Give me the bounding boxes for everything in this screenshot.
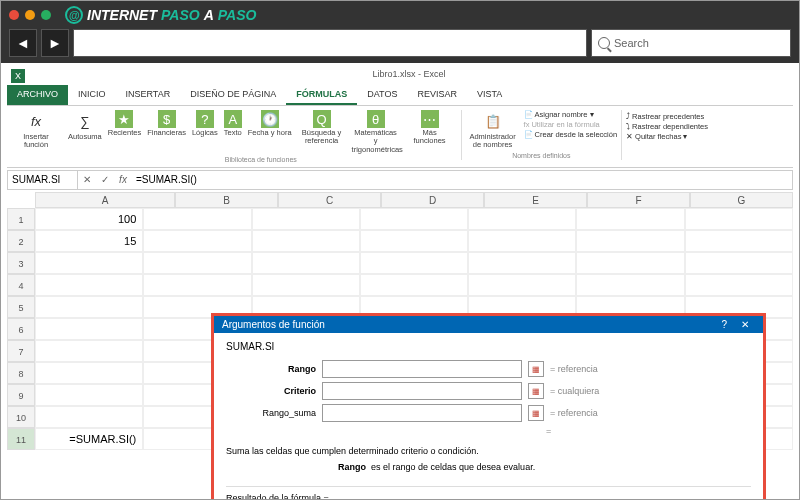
cell[interactable] — [35, 296, 143, 318]
cell[interactable] — [252, 208, 360, 230]
cell[interactable] — [685, 274, 793, 296]
close-icon[interactable]: ✕ — [735, 319, 755, 330]
search-input[interactable]: Search — [591, 29, 791, 57]
cell[interactable] — [35, 406, 143, 428]
row-header[interactable]: 10 — [7, 406, 35, 428]
tab-inicio[interactable]: INICIO — [68, 85, 116, 105]
row-header[interactable]: 3 — [7, 252, 35, 274]
help-icon[interactable]: ? — [721, 319, 727, 330]
criterio-input[interactable] — [322, 382, 522, 400]
row-header[interactable]: 8 — [7, 362, 35, 384]
url-input[interactable] — [73, 29, 587, 57]
row-header[interactable]: 1 — [7, 208, 35, 230]
cell[interactable] — [143, 252, 251, 274]
insert-function-button[interactable]: fxInsertar función — [9, 110, 63, 150]
use-in-formula-button[interactable]: fx Utilizar en la fórmula — [524, 120, 618, 129]
cell[interactable] — [252, 274, 360, 296]
name-manager-button[interactable]: 📋Administrador de nombres — [466, 110, 520, 150]
column-header[interactable]: A — [35, 192, 175, 208]
cell[interactable] — [468, 252, 576, 274]
cell[interactable] — [35, 362, 143, 384]
close-window-icon[interactable] — [9, 10, 19, 20]
cell[interactable] — [35, 384, 143, 406]
trace-precedents-button[interactable]: ⤴ Rastrear precedentes — [626, 112, 708, 121]
assign-name-button[interactable]: 📄 Asignar nombre ▾ — [524, 110, 618, 119]
row-header[interactable]: 11 — [7, 428, 35, 450]
cell[interactable] — [576, 208, 684, 230]
formula-input[interactable]: =SUMAR.SI() — [132, 174, 792, 185]
cell[interactable] — [252, 230, 360, 252]
rango-suma-input[interactable] — [322, 404, 522, 422]
column-header[interactable]: F — [587, 192, 690, 208]
row-header[interactable]: 2 — [7, 230, 35, 252]
tab-datos[interactable]: DATOS — [357, 85, 407, 105]
row-header[interactable]: 4 — [7, 274, 35, 296]
text-button[interactable]: ATexto — [221, 110, 245, 154]
trace-dependents-button[interactable]: ⤵ Rastrear dependientes — [626, 122, 708, 131]
cell[interactable] — [252, 252, 360, 274]
cell[interactable] — [35, 340, 143, 362]
function-arguments-dialog: Argumentos de función ?✕ SUMAR.SI Rango … — [211, 313, 766, 500]
cell[interactable] — [468, 230, 576, 252]
cell[interactable] — [576, 252, 684, 274]
cell[interactable] — [360, 208, 468, 230]
range-selector-icon[interactable]: ▦ — [528, 405, 544, 421]
cell[interactable] — [360, 230, 468, 252]
cell-a11-active[interactable]: =SUMAR.SI() — [35, 428, 143, 450]
recent-button[interactable]: ★Recientes — [105, 110, 144, 154]
cell[interactable] — [685, 252, 793, 274]
row-header[interactable]: 5 — [7, 296, 35, 318]
range-selector-icon[interactable]: ▦ — [528, 383, 544, 399]
cell[interactable] — [576, 230, 684, 252]
rango-input[interactable] — [322, 360, 522, 378]
range-selector-icon[interactable]: ▦ — [528, 361, 544, 377]
cell[interactable] — [143, 208, 251, 230]
row-header[interactable]: 9 — [7, 384, 35, 406]
column-header[interactable]: D — [381, 192, 484, 208]
clock-icon: 🕐 — [261, 110, 279, 128]
tab-formulas[interactable]: FÓRMULAS — [286, 85, 357, 105]
back-button[interactable]: ◄ — [9, 29, 37, 57]
cell[interactable] — [468, 208, 576, 230]
cell-a2[interactable]: 15 — [35, 230, 143, 252]
logical-button[interactable]: ?Lógicas — [189, 110, 221, 154]
minimize-window-icon[interactable] — [25, 10, 35, 20]
cancel-formula-icon[interactable]: ✕ — [78, 174, 96, 185]
more-button[interactable]: ⋯Más funciones — [403, 110, 457, 154]
date-button[interactable]: 🕐Fecha y hora — [245, 110, 295, 154]
financial-button[interactable]: $Financieras — [144, 110, 189, 154]
cell[interactable] — [360, 274, 468, 296]
column-header[interactable]: C — [278, 192, 381, 208]
cell[interactable] — [685, 230, 793, 252]
cell[interactable] — [576, 274, 684, 296]
math-button[interactable]: θMatemáticas y trigonométricas — [349, 110, 403, 154]
cell[interactable] — [35, 252, 143, 274]
cell[interactable] — [143, 274, 251, 296]
column-header[interactable]: E — [484, 192, 587, 208]
fx-icon[interactable]: fx — [114, 174, 132, 185]
lookup-button[interactable]: QBúsqueda y referencia — [295, 110, 349, 154]
tab-revisar[interactable]: REVISAR — [407, 85, 467, 105]
cell[interactable] — [143, 230, 251, 252]
cell[interactable] — [685, 208, 793, 230]
cell[interactable] — [360, 252, 468, 274]
create-from-selection-button[interactable]: 📄 Crear desde la selección — [524, 130, 618, 139]
tab-diseno[interactable]: DISEÑO DE PÁGINA — [180, 85, 286, 105]
remove-arrows-button[interactable]: ✕ Quitar flechas ▾ — [626, 132, 708, 141]
tab-vista[interactable]: VISTA — [467, 85, 512, 105]
tab-archivo[interactable]: ARCHIVO — [7, 85, 68, 105]
maximize-window-icon[interactable] — [41, 10, 51, 20]
column-header[interactable]: G — [690, 192, 793, 208]
row-header[interactable]: 6 — [7, 318, 35, 340]
forward-button[interactable]: ► — [41, 29, 69, 57]
row-header[interactable]: 7 — [7, 340, 35, 362]
accept-formula-icon[interactable]: ✓ — [96, 174, 114, 185]
cell[interactable] — [468, 274, 576, 296]
tab-insertar[interactable]: INSERTAR — [116, 85, 181, 105]
autosum-button[interactable]: ∑Autosuma — [65, 110, 105, 154]
column-header[interactable]: B — [175, 192, 278, 208]
cell-a1[interactable]: 100 — [35, 208, 143, 230]
cell[interactable] — [35, 274, 143, 296]
cell[interactable] — [35, 318, 143, 340]
name-box[interactable]: SUMAR.SI — [8, 171, 78, 189]
